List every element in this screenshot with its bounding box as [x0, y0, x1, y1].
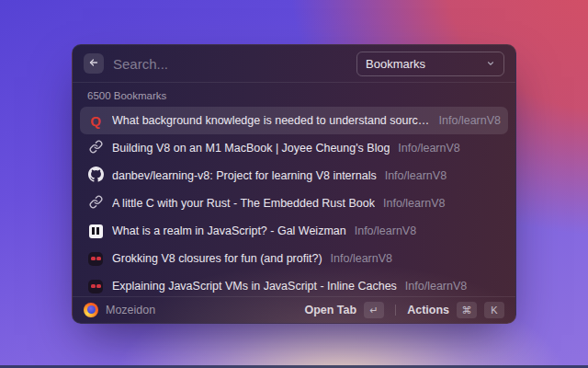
item-title: What is a realm in JavaScript? - Gal Wei… — [112, 224, 346, 237]
item-subtitle: Info/learnV8 — [405, 280, 467, 293]
list-item[interactable]: A little C with your Rust - The Embedded… — [80, 190, 508, 217]
item-title: A little C with your Rust - The Embedded… — [112, 197, 375, 210]
arrow-left-icon — [88, 55, 99, 72]
item-subtitle: Info/learnV8 — [383, 197, 445, 210]
pause-icon — [87, 223, 104, 239]
back-button[interactable] — [84, 53, 104, 74]
item-title: Grokking V8 closures for fun (and profit… — [112, 252, 322, 265]
k-key-icon: K — [484, 302, 504, 318]
link-icon — [87, 195, 104, 212]
open-tab-button[interactable]: Open Tab — [304, 304, 356, 316]
goggles-icon — [87, 250, 104, 267]
launcher-window: Bookmarks 6500 Bookmarks Q What backgrou… — [72, 44, 516, 324]
github-icon — [87, 167, 104, 184]
goggles-icon — [87, 278, 104, 294]
item-subtitle: Info/learnV8 — [331, 252, 392, 265]
firefox-icon — [84, 303, 98, 317]
item-subtitle: Info/learnV8 — [398, 142, 459, 155]
bookmark-list: Q What background knowledge is needed to… — [73, 105, 515, 296]
mode-dropdown-value: Bookmarks — [366, 57, 425, 71]
list-item[interactable]: danbev/learning-v8: Project for learning… — [80, 162, 508, 190]
list-item[interactable]: Explaining JavaScript VMs in JavaScript … — [80, 272, 508, 296]
item-subtitle: Info/learnV8 — [439, 114, 501, 127]
search-input[interactable] — [113, 56, 347, 72]
list-item[interactable]: Q What background knowledge is needed to… — [80, 107, 508, 134]
footer-separator — [395, 305, 396, 316]
link-icon — [87, 140, 104, 156]
item-title: danbev/learning-v8: Project for learning… — [112, 169, 377, 182]
footer: Mozeidon Open Tab ↵ Actions ⌘ K — [73, 297, 515, 323]
actions-button[interactable]: Actions — [407, 304, 449, 316]
list-item[interactable]: Grokking V8 closures for fun (and profit… — [80, 245, 508, 272]
app-name: Mozeidon — [106, 304, 155, 316]
list-item[interactable]: What is a realm in JavaScript? - Gal Wei… — [80, 217, 508, 245]
item-title: Building V8 on an M1 MacBook | Joyee Che… — [112, 142, 390, 155]
chevron-down-icon — [486, 55, 495, 72]
item-title: What background knowledge is needed to u… — [112, 114, 431, 127]
mode-dropdown[interactable]: Bookmarks — [356, 52, 504, 76]
list-item[interactable]: Building V8 on an M1 MacBook | Joyee Che… — [80, 134, 508, 162]
section-header: 6500 Bookmarks — [73, 83, 515, 105]
item-title: Explaining JavaScript VMs in JavaScript … — [112, 280, 397, 293]
item-subtitle: Info/learnV8 — [385, 169, 447, 182]
item-subtitle: Info/learnV8 — [355, 224, 416, 237]
enter-key-icon: ↵ — [364, 302, 384, 318]
header: Bookmarks — [73, 45, 515, 82]
quora-icon: Q — [87, 112, 104, 129]
cmd-key-icon: ⌘ — [457, 302, 477, 318]
